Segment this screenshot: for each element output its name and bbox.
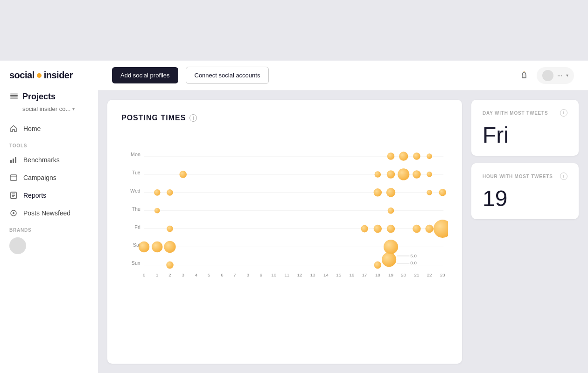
svg-text:Fri: Fri: [134, 224, 140, 230]
projects-title[interactable]: Projects: [9, 92, 89, 102]
bubble-wed-18: [374, 188, 382, 196]
svg-text:18: 18: [375, 272, 380, 277]
bubble-tue-19: [387, 170, 395, 179]
reports-label: Reports: [23, 192, 46, 199]
svg-text:5: 5: [208, 272, 210, 277]
day-most-tweets-value: Fri: [483, 124, 567, 146]
bubble-tue-18: [375, 171, 381, 178]
sidebar-item-home[interactable]: Home: [0, 120, 98, 138]
sidebar-item-benchmarks[interactable]: Benchmarks: [0, 151, 98, 169]
logo-area: social insider: [0, 70, 98, 92]
svg-text:16: 16: [349, 272, 354, 277]
svg-text:23: 23: [440, 272, 445, 277]
svg-text:Tue: Tue: [132, 170, 140, 175]
svg-text:11: 11: [284, 272, 289, 277]
posts-newsfeed-label: Posts Newsfeed: [23, 209, 70, 217]
campaign-icon: [9, 173, 18, 182]
user-avatar: [542, 70, 553, 81]
bubble-chart-svg: Mon Tue Wed Thu Fri Sat Sun: [121, 131, 448, 281]
user-name: ···: [557, 72, 562, 79]
sidebar: social insider Projects: [0, 61, 98, 373]
svg-rect-4: [13, 159, 14, 163]
svg-text:7: 7: [233, 272, 236, 277]
brands-section: BRANDS: [0, 222, 98, 260]
header-bar: Add social profiles Connect social accou…: [98, 61, 588, 90]
benchmark-icon: [9, 156, 18, 164]
project-sub-text: social insider co...: [22, 105, 70, 112]
svg-rect-3: [10, 160, 12, 163]
bubble-fri-22: [425, 225, 434, 233]
logo: social insider: [9, 70, 89, 81]
bubble-thu-1: [154, 208, 160, 214]
svg-text:10: 10: [271, 272, 276, 277]
legend-max-label: 5.0: [410, 253, 417, 258]
user-area[interactable]: ··· ▾: [537, 67, 574, 84]
layers-icon: [9, 92, 19, 102]
day-card-info-icon[interactable]: i: [560, 109, 567, 117]
add-social-profiles-button[interactable]: Add social profiles: [112, 67, 178, 83]
legend-bubble-large: [382, 252, 396, 267]
bubble-fri-17: [361, 225, 368, 233]
bubble-sun-18: [374, 262, 382, 269]
bubble-fri-23: [434, 220, 448, 238]
chart-info-icon[interactable]: i: [189, 114, 197, 122]
header-right: ··· ▾: [517, 67, 574, 84]
svg-text:9: 9: [260, 272, 262, 277]
project-sub[interactable]: social insider co... ▾: [9, 105, 89, 112]
svg-text:4: 4: [195, 272, 198, 277]
bubble-tue-21: [413, 170, 421, 179]
svg-text:1: 1: [156, 272, 158, 277]
svg-text:Thu: Thu: [132, 206, 140, 212]
svg-text:17: 17: [362, 272, 367, 277]
bubble-mon-21: [413, 152, 420, 160]
bubble-tue-22: [427, 172, 432, 177]
bubble-tue-3: [179, 171, 187, 178]
bubble-wed-22: [427, 190, 432, 195]
bubble-mon-22: [427, 153, 432, 159]
bubble-fri-19: [387, 225, 395, 233]
bubble-wed-1: [154, 189, 161, 196]
svg-point-15: [524, 71, 525, 72]
svg-text:12: 12: [297, 272, 302, 277]
content-area: POSTING TIMES i Mon Tue Wed Thu Fri Sat: [98, 90, 588, 373]
svg-text:15: 15: [336, 272, 341, 277]
bubble-fri-2: [167, 226, 173, 232]
projects-section: Projects social insider co... ▾: [0, 92, 98, 120]
hour-most-tweets-title: HOUR WITH MOST TWEETS i: [483, 173, 567, 180]
chart-title-row: POSTING TIMES i: [121, 114, 448, 122]
chart-title: POSTING TIMES: [121, 114, 186, 122]
svg-text:Sun: Sun: [132, 260, 140, 266]
report-icon: [9, 191, 18, 200]
logo-dot: [37, 73, 42, 78]
svg-rect-1: [10, 97, 18, 99]
hour-card-info-icon[interactable]: i: [560, 173, 567, 180]
bubble-sat-0: [139, 242, 149, 252]
bubble-sat-1: [152, 242, 162, 252]
day-most-tweets-card: DAY WITH MOST TWEETS i Fri: [471, 100, 579, 156]
legend-min-label: 0.0: [410, 260, 417, 265]
connect-social-accounts-button[interactable]: Connect social accounts: [186, 67, 269, 84]
hour-most-tweets-card: HOUR WITH MOST TWEETS i 19: [471, 163, 579, 219]
svg-text:Mon: Mon: [131, 152, 140, 157]
projects-label: Projects: [22, 92, 56, 102]
bubble-chart-container: Mon Tue Wed Thu Fri Sat Sun: [121, 131, 448, 367]
hour-most-tweets-value: 19: [483, 187, 567, 210]
chart-panel: POSTING TIMES i Mon Tue Wed Thu Fri Sat: [107, 100, 462, 364]
chevron-down-icon: ▾: [72, 106, 75, 111]
svg-text:0: 0: [143, 272, 146, 277]
day-most-tweets-title: DAY WITH MOST TWEETS i: [483, 109, 567, 117]
logo-text: social: [9, 70, 35, 81]
svg-text:3: 3: [182, 272, 184, 277]
sidebar-item-campaigns[interactable]: Campaigns: [0, 169, 98, 186]
svg-text:19: 19: [388, 272, 393, 277]
bell-icon[interactable]: [517, 69, 531, 83]
user-dropdown-icon: ▾: [566, 73, 568, 78]
sidebar-item-posts-newsfeed[interactable]: Posts Newsfeed: [0, 204, 98, 222]
svg-text:Wed: Wed: [130, 188, 140, 193]
svg-rect-2: [10, 93, 18, 95]
bubble-mon-19: [387, 152, 395, 160]
sidebar-item-reports[interactable]: Reports: [0, 186, 98, 204]
main-content: Add social profiles Connect social accou…: [98, 61, 588, 373]
svg-text:2: 2: [168, 272, 171, 277]
svg-point-13: [13, 212, 14, 214]
